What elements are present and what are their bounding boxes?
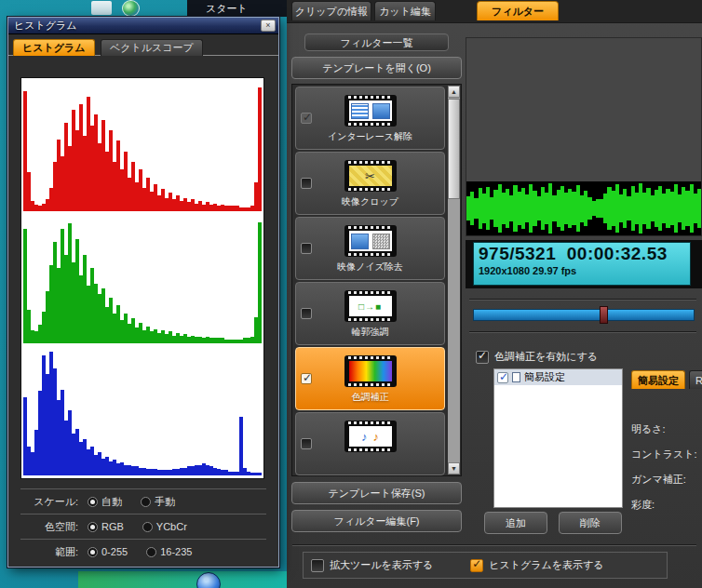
show-histogram-checkbox[interactable]	[470, 559, 483, 572]
filter-item-crop[interactable]: 映像クロップ	[295, 152, 445, 215]
filter-checkbox-edge[interactable]	[301, 308, 312, 319]
filter-icon-audio	[344, 421, 397, 452]
audio-waveform	[466, 181, 701, 235]
scroll-up-icon[interactable]: ▲	[448, 86, 460, 98]
preset-item[interactable]: 簡易設定	[494, 369, 622, 385]
desktop-icon[interactable]	[122, 0, 140, 17]
enable-color-checkbox[interactable]	[476, 351, 489, 364]
scroll-down-icon[interactable]: ▼	[448, 462, 460, 474]
radio-scale-manual[interactable]: 手動	[141, 495, 175, 509]
timecode-display: 975/5321 00:00:32.53 1920x1080 29.97 fps	[473, 242, 691, 286]
seek-slider[interactable]	[473, 309, 695, 321]
filter-item-audio[interactable]	[295, 412, 445, 475]
param-labels: 明るさ:コントラスト:ガンマ補正:彩度:	[631, 417, 697, 517]
filter-item-color[interactable]: 色調補正	[295, 347, 445, 410]
add-button[interactable]: 追加	[484, 512, 547, 534]
histogram-window: ヒストグラム × ヒストグラム ベクトルスコープ スケール:自動手動色空間:RG…	[7, 17, 279, 568]
radio-label-colorspace-rgb: RGB	[101, 521, 124, 532]
desktop-icon-file[interactable]	[91, 1, 112, 15]
filter-item-deinterlace[interactable]: インターレース解除	[295, 87, 445, 150]
param-label-brightness: 明るさ:	[631, 417, 697, 442]
start-menu-strip[interactable]: スタート	[187, 0, 287, 17]
tab-cut-edit[interactable]: カット編集	[374, 1, 436, 20]
open-template-button[interactable]: テンプレートを開く(O)	[291, 57, 462, 79]
tab-simple-settings[interactable]: 簡易設定	[631, 370, 685, 389]
enable-color-label: 色調補正を有効にする	[494, 350, 598, 364]
histogram-window-titlebar[interactable]: ヒストグラム ×	[8, 18, 278, 34]
filter-checkbox-color[interactable]	[301, 373, 312, 384]
histogram-tab-bar: ヒストグラム ベクトルスコープ	[8, 34, 278, 56]
timecode-row: 975/5321 00:00:32.53 1920x1080 29.97 fps	[466, 240, 702, 288]
control-label-scale: スケール:	[20, 495, 78, 509]
radio-scale-auto[interactable]: 自動	[88, 495, 122, 509]
zoom-tool-checkbox[interactable]	[311, 559, 324, 572]
close-icon[interactable]: ×	[261, 20, 276, 32]
radio-dot-range-0-255[interactable]	[88, 547, 98, 557]
show-histogram-label: ヒストグラムを表示する	[489, 558, 603, 572]
bottom-bar: 拡大ツールを表示する ヒストグラムを表示する	[303, 552, 668, 579]
filter-label-noise: 映像ノイズ除去	[337, 261, 403, 274]
filter-item-noise[interactable]: 映像ノイズ除去	[295, 217, 445, 280]
control-row-range: 範囲:0-25516-235	[20, 539, 266, 564]
timecode-text: 975/5321 00:00:32.53	[479, 244, 685, 264]
filter-label-deinterlace: インターレース解除	[328, 130, 412, 143]
screen: スタート クリップの情報 カット編集 フィルター フィルター一覧 テンプレートを…	[0, 0, 702, 588]
filter-checkbox-audio[interactable]	[301, 438, 312, 449]
radio-label-range-16-235: 16-235	[160, 546, 192, 557]
filter-checkbox-noise[interactable]	[301, 243, 312, 254]
control-row-scale: スケール:自動手動	[20, 488, 266, 514]
tab-partial[interactable]: R	[689, 370, 702, 389]
tab-histogram[interactable]: ヒストグラム	[13, 39, 95, 56]
radio-dot-range-16-235[interactable]	[146, 547, 156, 557]
param-label-gamma: ガンマ補正:	[631, 467, 697, 492]
start-label: スタート	[206, 3, 248, 14]
filter-checkbox-deinterlace[interactable]	[301, 113, 312, 124]
format-info: 1920x1080 29.97 fps	[479, 265, 685, 276]
histogram-blue-channel	[23, 345, 262, 475]
filter-list-scrollbar[interactable]: ▲ ▼	[448, 86, 460, 474]
divider	[469, 331, 696, 332]
radio-dot-colorspace-ycbcr[interactable]	[142, 522, 153, 532]
radio-dot-scale-auto[interactable]	[88, 497, 98, 507]
control-label-colorspace: 色空間:	[20, 520, 78, 534]
video-preview	[466, 37, 702, 236]
control-label-range: 範囲:	[20, 545, 78, 559]
edit-filter-button[interactable]: フィルター編集(F)	[291, 510, 462, 532]
filter-list-header: フィルター一覧	[304, 33, 449, 51]
filter-icon-noise	[344, 225, 397, 257]
param-label-contrast: コントラスト:	[631, 442, 697, 467]
radio-range-16-235[interactable]: 16-235	[146, 546, 192, 557]
preset-checkbox[interactable]	[497, 372, 508, 383]
tab-clip-info[interactable]: クリップの情報	[291, 1, 371, 20]
radio-label-colorspace-ycbcr: YCbCr	[156, 521, 187, 532]
enable-color-row[interactable]: 色調補正を有効にする	[476, 350, 598, 364]
preset-list[interactable]: 簡易設定	[493, 368, 623, 508]
seek-slider-handle[interactable]	[600, 306, 608, 324]
radio-dot-colorspace-rgb[interactable]	[88, 522, 98, 532]
delete-button[interactable]: 削除	[559, 512, 622, 534]
radio-colorspace-rgb[interactable]: RGB	[88, 521, 124, 532]
filter-label-color: 色調補正	[352, 391, 389, 404]
tab-vectorscope[interactable]: ベクトルスコープ	[101, 39, 203, 56]
filter-checkbox-crop[interactable]	[301, 178, 312, 189]
filter-item-edge[interactable]: 輪郭強調	[295, 282, 445, 345]
filter-label-crop: 映像クロップ	[342, 195, 398, 208]
scroll-thumb[interactable]	[448, 99, 460, 199]
filter-icon-crop	[344, 160, 397, 192]
radio-label-scale-auto: 自動	[101, 495, 122, 509]
histogram-plot	[20, 77, 264, 479]
radio-colorspace-ycbcr[interactable]: YCbCr	[142, 521, 187, 532]
zoom-tool-label: 拡大ツールを表示する	[330, 558, 433, 572]
control-row-colorspace: 色空間:RGBYCbCr	[20, 514, 266, 539]
divider	[292, 544, 696, 545]
document-icon	[512, 372, 520, 382]
save-template-button[interactable]: テンプレート保存(S)	[291, 482, 462, 504]
radio-dot-scale-manual[interactable]	[141, 497, 151, 507]
radio-range-0-255[interactable]: 0-255	[88, 546, 128, 557]
divider	[469, 299, 696, 300]
filter-icon-edge	[344, 290, 397, 322]
tab-filter[interactable]: フィルター	[477, 1, 559, 20]
main-tab-bar: クリップの情報 カット編集 フィルター	[287, 0, 702, 23]
histogram-green-channel	[23, 213, 262, 343]
preset-label: 簡易設定	[524, 370, 565, 384]
